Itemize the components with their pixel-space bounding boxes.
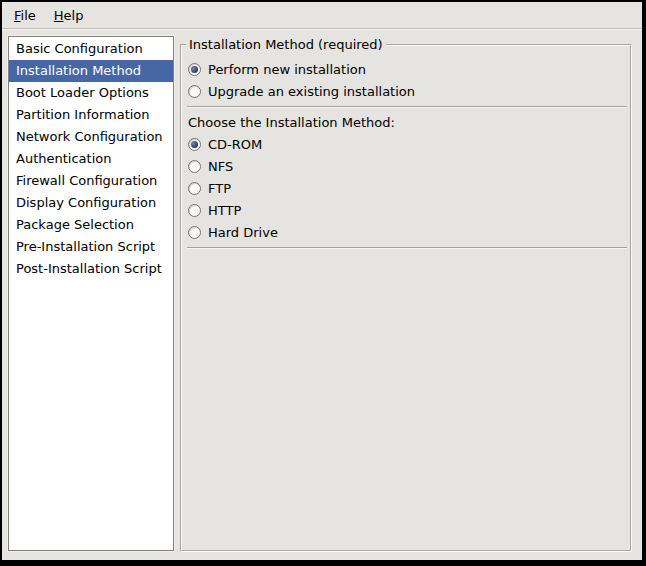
method-option-cd-rom[interactable]: CD-ROM	[186, 133, 628, 155]
radio-button-icon	[188, 204, 201, 217]
separator	[187, 106, 627, 108]
radio-button-icon	[188, 63, 201, 76]
sidebar-list: Basic ConfigurationInstallation MethodBo…	[8, 36, 174, 551]
install-type-option-upgrade-an-existing-installation[interactable]: Upgrade an existing installation	[186, 80, 628, 102]
install-type-option-label: Upgrade an existing installation	[208, 84, 415, 99]
menu-help[interactable]: Help	[45, 2, 93, 28]
method-option-label: NFS	[208, 159, 233, 174]
frame-content: Perform new installationUpgrade an exist…	[182, 46, 630, 249]
install-type-option-perform-new-installation[interactable]: Perform new installation	[186, 58, 628, 80]
sidebar-item-package-selection[interactable]: Package Selection	[9, 214, 173, 236]
frame-title: Installation Method (required)	[186, 37, 386, 52]
sidebar-item-firewall-configuration[interactable]: Firewall Configuration	[9, 170, 173, 192]
method-option-ftp[interactable]: FTP	[186, 177, 628, 199]
method-option-nfs[interactable]: NFS	[186, 155, 628, 177]
menu-help-label: Help	[54, 8, 84, 23]
radio-button-icon	[188, 160, 201, 173]
method-option-label: CD-ROM	[208, 137, 262, 152]
install-type-option-label: Perform new installation	[208, 62, 366, 77]
installation-method-frame: Installation Method (required) Perform n…	[180, 44, 632, 552]
menu-file-label: File	[14, 8, 36, 23]
method-group-label: Choose the Installation Method:	[186, 111, 628, 133]
sidebar-item-partition-information[interactable]: Partition Information	[9, 104, 173, 126]
radio-button-icon	[188, 85, 201, 98]
method-radio-group: CD-ROMNFSFTPHTTPHard Drive	[186, 133, 628, 243]
radio-button-icon	[188, 138, 201, 151]
sidebar-item-pre-installation-script[interactable]: Pre-Installation Script	[9, 236, 173, 258]
sidebar-item-post-installation-script[interactable]: Post-Installation Script	[9, 258, 173, 280]
method-option-label: FTP	[208, 181, 231, 196]
sidebar-item-display-configuration[interactable]: Display Configuration	[9, 192, 173, 214]
method-option-label: Hard Drive	[208, 225, 278, 240]
radio-button-icon	[188, 226, 201, 239]
menu-file[interactable]: File	[5, 2, 45, 28]
sidebar-item-installation-method[interactable]: Installation Method	[9, 60, 173, 82]
method-option-http[interactable]: HTTP	[186, 199, 628, 221]
method-option-label: HTTP	[208, 203, 241, 218]
radio-button-icon	[188, 182, 201, 195]
kickstart-configurator-window: File Help Basic ConfigurationInstallatio…	[0, 0, 646, 566]
sidebar-item-network-configuration[interactable]: Network Configuration	[9, 126, 173, 148]
method-option-hard-drive[interactable]: Hard Drive	[186, 221, 628, 243]
sidebar-item-basic-configuration[interactable]: Basic Configuration	[9, 38, 173, 60]
sidebar-item-boot-loader-options[interactable]: Boot Loader Options	[9, 82, 173, 104]
sidebar-item-authentication[interactable]: Authentication	[9, 148, 173, 170]
install-type-radio-group: Perform new installationUpgrade an exist…	[186, 58, 628, 102]
separator	[187, 247, 627, 249]
menu-bar: File Help	[2, 2, 642, 29]
